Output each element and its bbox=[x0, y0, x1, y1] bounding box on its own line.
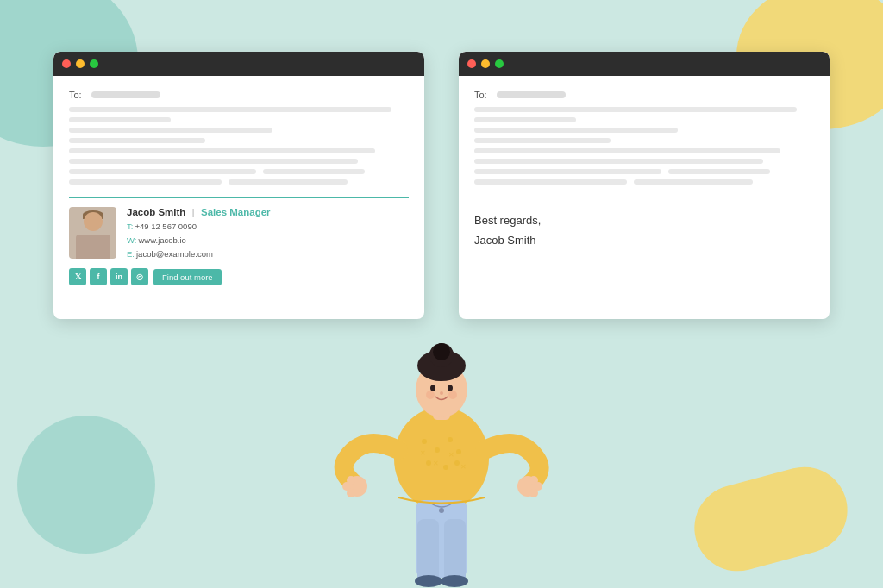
svg-point-4 bbox=[456, 449, 461, 454]
web-value: www.jacob.io bbox=[138, 235, 185, 245]
right-to-line: To: bbox=[474, 90, 814, 100]
social-icons: 𝕏 f in ◎ bbox=[69, 268, 148, 285]
body-line-5 bbox=[69, 148, 375, 153]
svg-point-2 bbox=[435, 447, 440, 453]
sig-web: W:www.jacob.io bbox=[127, 234, 409, 247]
svg-point-34 bbox=[415, 575, 442, 587]
sig-phone: T:+49 12 567 0090 bbox=[127, 220, 409, 234]
sig-pipe: | bbox=[189, 207, 197, 217]
body-line-4 bbox=[69, 138, 205, 143]
sig-contact: T:+49 12 567 0090 W:www.jacob.io E:jacob… bbox=[127, 220, 409, 261]
right-body-line-1 bbox=[474, 107, 797, 112]
right-body-line-7b bbox=[668, 169, 770, 174]
dot-red[interactable] bbox=[62, 59, 71, 68]
svg-point-25 bbox=[347, 489, 355, 497]
plain-sig-line2: Jacob Smith bbox=[474, 230, 814, 250]
phone-value: +49 12 567 0090 bbox=[135, 222, 197, 231]
svg-point-21 bbox=[440, 391, 443, 395]
svg-point-16 bbox=[433, 343, 450, 360]
svg-point-20 bbox=[448, 391, 457, 399]
svg-text:✕: ✕ bbox=[433, 460, 439, 467]
sig-top: Jacob Smith | Sales Manager T:+49 12 567… bbox=[69, 207, 409, 261]
right-titlebar bbox=[459, 52, 830, 76]
right-body-line-7a bbox=[474, 169, 661, 174]
find-out-more-button[interactable]: Find out more bbox=[153, 269, 222, 285]
sig-name: Jacob Smith | Sales Manager bbox=[127, 207, 409, 217]
right-body-line-5 bbox=[474, 148, 780, 153]
avatar-body bbox=[76, 235, 110, 259]
right-body-line-8b bbox=[634, 179, 753, 185]
dot-yellow[interactable] bbox=[76, 59, 85, 68]
dot-green[interactable] bbox=[90, 59, 98, 68]
svg-rect-32 bbox=[444, 519, 466, 584]
to-bar bbox=[91, 91, 160, 98]
right-dot-green[interactable] bbox=[495, 59, 504, 68]
right-to-bar bbox=[497, 91, 566, 98]
svg-text:✕: ✕ bbox=[448, 451, 454, 459]
email-value: jacob@example.com bbox=[136, 249, 213, 259]
facebook-icon[interactable]: f bbox=[90, 268, 107, 285]
right-dot-red[interactable] bbox=[467, 59, 476, 68]
right-body-line-6 bbox=[474, 159, 763, 164]
right-dot-yellow[interactable] bbox=[481, 59, 490, 68]
body-line-7b bbox=[263, 169, 365, 174]
svg-rect-31 bbox=[417, 519, 439, 584]
svg-point-1 bbox=[422, 439, 427, 444]
svg-point-7 bbox=[454, 460, 460, 466]
svg-point-29 bbox=[529, 489, 538, 497]
svg-point-33 bbox=[439, 508, 444, 513]
email-label: E: bbox=[127, 249, 135, 259]
svg-point-35 bbox=[441, 575, 468, 587]
right-body-line-2 bbox=[474, 117, 576, 122]
bg-decoration-bl bbox=[17, 416, 155, 554]
svg-point-18 bbox=[448, 385, 453, 391]
avatar-person bbox=[69, 207, 116, 259]
body-line-7a bbox=[69, 169, 256, 174]
right-body-line-4 bbox=[474, 138, 611, 143]
right-body-line-3 bbox=[474, 128, 678, 133]
svg-point-17 bbox=[430, 385, 435, 391]
body-line-1 bbox=[69, 107, 391, 112]
sig-email: E:jacob@example.com bbox=[127, 247, 409, 261]
svg-point-19 bbox=[426, 391, 435, 399]
svg-text:✕: ✕ bbox=[420, 449, 426, 457]
svg-point-5 bbox=[426, 460, 431, 466]
body-line-8b bbox=[229, 179, 348, 185]
right-body-line-8a bbox=[474, 179, 627, 185]
character-svg: ✕ ✕ ✕ ✕ bbox=[321, 269, 562, 588]
svg-point-3 bbox=[448, 437, 453, 442]
svg-point-6 bbox=[443, 465, 448, 470]
sig-title-text: Sales Manager bbox=[201, 207, 271, 217]
sig-name-text: Jacob Smith bbox=[127, 207, 185, 217]
sig-info: Jacob Smith | Sales Manager T:+49 12 567… bbox=[127, 207, 409, 261]
body-line-8a bbox=[69, 179, 222, 185]
body-line-6 bbox=[69, 159, 358, 164]
to-line: To: bbox=[69, 90, 409, 100]
svg-text:✕: ✕ bbox=[460, 463, 467, 471]
left-titlebar bbox=[53, 52, 424, 76]
body-line-2 bbox=[69, 117, 171, 122]
twitter-icon[interactable]: 𝕏 bbox=[69, 268, 86, 285]
linkedin-icon[interactable]: in bbox=[110, 268, 128, 285]
right-to-label: To: bbox=[474, 90, 490, 100]
instagram-icon[interactable]: ◎ bbox=[131, 268, 148, 285]
character-illustration: ✕ ✕ ✕ ✕ bbox=[321, 269, 562, 588]
plain-sig-line1: Best regards, bbox=[474, 210, 814, 230]
body-line-3 bbox=[69, 128, 272, 133]
web-label: W: bbox=[127, 235, 136, 245]
to-label: To: bbox=[69, 90, 85, 100]
bg-decoration-br bbox=[685, 457, 857, 580]
phone-label: T: bbox=[127, 222, 133, 231]
svg-point-0 bbox=[394, 407, 489, 510]
avatar bbox=[69, 207, 116, 259]
avatar-head bbox=[84, 212, 103, 231]
left-window-body: To: bbox=[53, 76, 424, 299]
plain-signature: Best regards, Jacob Smith bbox=[474, 210, 814, 251]
right-window-body: To: Best regards, Jacob Smith bbox=[459, 76, 830, 265]
